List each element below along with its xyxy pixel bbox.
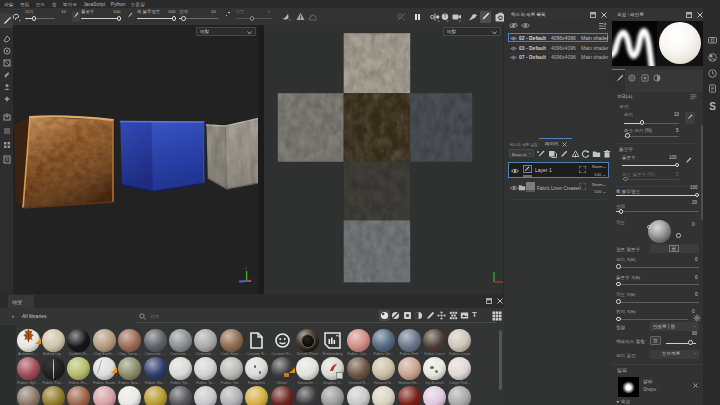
svg-text:?: ? — [444, 14, 447, 19]
svg-text:Y: Y — [245, 267, 248, 271]
